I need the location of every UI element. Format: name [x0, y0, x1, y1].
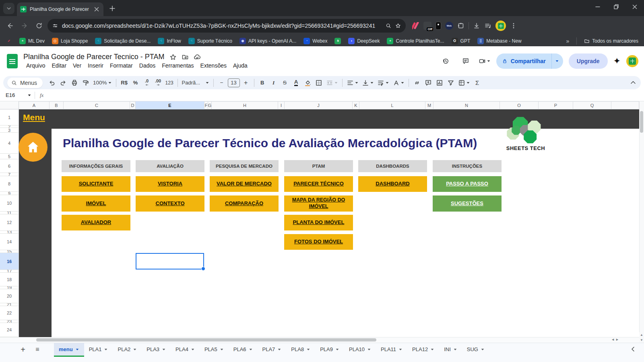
sheet-tab-PLA10[interactable]: PLA10: [344, 343, 376, 356]
bookmark-item[interactable]: +Controle PlanilhasTe...: [387, 38, 444, 44]
all-sheets-button[interactable]: ≡: [31, 343, 43, 356]
increase-decimal-button[interactable]: .00: [153, 78, 163, 88]
menus-search-button[interactable]: Menus: [7, 78, 43, 88]
add-sheet-button[interactable]: +: [17, 343, 29, 356]
sheet-button-passo-a-passo[interactable]: PASSO A PASSO: [433, 176, 502, 192]
column-header-A[interactable]: A: [19, 101, 50, 109]
column-header-B[interactable]: B: [50, 101, 64, 109]
search-icon[interactable]: [386, 23, 391, 29]
increase-font-size-button[interactable]: +: [241, 78, 251, 88]
row-header-14[interactable]: 14: [0, 234, 19, 250]
horizontal-align-button[interactable]: [345, 78, 360, 88]
row-header-19[interactable]: 19: [0, 286, 19, 289]
insert-comment-button[interactable]: [423, 78, 433, 88]
scroll-up-arrow[interactable]: ▲: [639, 332, 644, 337]
menu-formatar[interactable]: Formatar: [107, 62, 136, 69]
sheet-button-solicitante[interactable]: SOLICITANTE: [62, 176, 130, 192]
fill-color-button[interactable]: [302, 78, 313, 88]
table-views-button[interactable]: [457, 78, 471, 88]
row-header-6[interactable]: 6: [0, 159, 19, 173]
column-header-N[interactable]: N: [433, 101, 500, 109]
name-box[interactable]: E16: [0, 92, 35, 98]
sheet-button-imóvel[interactable]: IMÓVEL: [62, 195, 130, 212]
minimize-button[interactable]: [588, 0, 607, 14]
sheet-button-fotos-do-imóvel[interactable]: FOTOS DO IMÓVEL: [284, 234, 353, 250]
collapse-toolbar-button[interactable]: [630, 79, 637, 86]
url-text[interactable]: docs.google.com/spreadsheets/d/1e-Dzik7w…: [62, 23, 382, 29]
sheet-tab-PLA2[interactable]: PLA2: [113, 343, 142, 356]
camera-off-extension-icon[interactable]: Off: [423, 22, 431, 30]
redo-button[interactable]: [58, 78, 68, 88]
sheet-tab-PLA3[interactable]: PLA3: [142, 343, 171, 356]
insert-chart-button[interactable]: [434, 78, 445, 88]
bookmark-item[interactable]: ⁖Suporte Técnico: [188, 38, 232, 44]
sheets-logo-icon[interactable]: [7, 54, 18, 68]
italic-button[interactable]: I: [268, 78, 279, 88]
column-header-E[interactable]: E: [136, 101, 204, 109]
row-header-10[interactable]: 10: [0, 195, 19, 212]
sheet-tab-PLA6[interactable]: PLA6: [229, 343, 258, 356]
profile-avatar[interactable]: [495, 21, 506, 31]
column-header-K[interactable]: K: [353, 101, 359, 109]
document-title[interactable]: Planilha Google de Parecer Tecnico - PTA…: [23, 53, 165, 61]
select-all-corner[interactable]: [0, 101, 19, 109]
row-header-23[interactable]: 23: [0, 320, 19, 323]
web-extension-icon[interactable]: Web: [445, 22, 453, 30]
row-header-15[interactable]: 15: [0, 250, 19, 253]
menu-ferramentas[interactable]: Ferramentas: [159, 62, 196, 69]
scroll-down-arrow[interactable]: ▼: [639, 337, 644, 343]
share-button[interactable]: Compartilhar: [496, 53, 563, 69]
site-info-icon[interactable]: [52, 23, 58, 29]
back-button[interactable]: [4, 20, 16, 32]
sheet-button-mapa-da-região-do-imóvel[interactable]: MAPA DA REGIÃO DO IMÓVEL: [284, 195, 353, 212]
close-window-button[interactable]: [625, 0, 644, 14]
insert-link-button[interactable]: [412, 78, 422, 88]
functions-button[interactable]: Σ: [472, 78, 483, 88]
menu-dados[interactable]: Dados: [136, 62, 158, 69]
restore-button[interactable]: [607, 0, 625, 14]
bold-button[interactable]: B: [257, 78, 268, 88]
decrease-font-size-button[interactable]: −: [217, 78, 227, 88]
reload-button[interactable]: [33, 20, 45, 32]
row-header-9[interactable]: 9: [0, 192, 19, 195]
move-folder-icon[interactable]: [182, 53, 189, 61]
media-controls-icon[interactable]: [484, 22, 491, 29]
row-header-24[interactable]: 24: [0, 323, 19, 337]
sheet-button-contexto[interactable]: CONTEXTO: [136, 195, 204, 212]
column-header-D[interactable]: D: [130, 101, 136, 109]
bookmark-item[interactable]: ⣿Metabase - New: [477, 38, 521, 44]
row-header-13[interactable]: 13: [0, 231, 19, 234]
bookmark-star-icon[interactable]: [395, 23, 401, 29]
row-header-1[interactable]: 1: [0, 109, 19, 125]
sheet-button-vistoria[interactable]: VISTORIA: [136, 176, 204, 192]
sheet-button-avaliador[interactable]: AVALIADOR: [62, 215, 130, 230]
sheet-tab-PLA7[interactable]: PLA7: [258, 343, 287, 356]
row-header-21[interactable]: 21: [0, 303, 19, 306]
zoom-select[interactable]: 100%: [92, 78, 113, 88]
column-header-end[interactable]: [611, 101, 639, 109]
row-header-4[interactable]: 4: [0, 133, 19, 154]
percent-format-button[interactable]: %: [130, 78, 141, 88]
bookmark-item[interactable]: ⁄⁄: [6, 38, 12, 44]
vertical-scrollbar-track[interactable]: [639, 101, 644, 343]
font-size-input[interactable]: 13: [228, 78, 240, 87]
menu-ajuda[interactable]: Ajuda: [230, 62, 250, 69]
sheet-tab-SUG[interactable]: SUG: [462, 343, 489, 356]
meet-button[interactable]: [479, 58, 491, 65]
downloads-icon[interactable]: [473, 22, 480, 29]
bookmark-item[interactable]: ⁖Solicitação de Dese...: [95, 38, 151, 44]
paint-format-button[interactable]: [80, 78, 91, 88]
account-avatar[interactable]: [626, 55, 638, 67]
text-color-button[interactable]: A: [291, 78, 301, 88]
selected-cell[interactable]: [136, 253, 204, 269]
forward-button[interactable]: [19, 20, 31, 32]
sheet-button-valor-de-mercado[interactable]: VALOR DE MERCADO: [210, 176, 279, 192]
row-header-7[interactable]: 7: [0, 173, 19, 176]
tab-close-button[interactable]: [93, 6, 100, 13]
menu-ver[interactable]: Ver: [70, 62, 84, 69]
row-header-18[interactable]: 18: [0, 273, 19, 286]
bookmark-item[interactable]: 5: [334, 38, 341, 44]
create-filter-button[interactable]: [446, 78, 456, 88]
sheet-tab-PLA4[interactable]: PLA4: [171, 343, 200, 356]
column-header-C[interactable]: C: [64, 101, 130, 109]
